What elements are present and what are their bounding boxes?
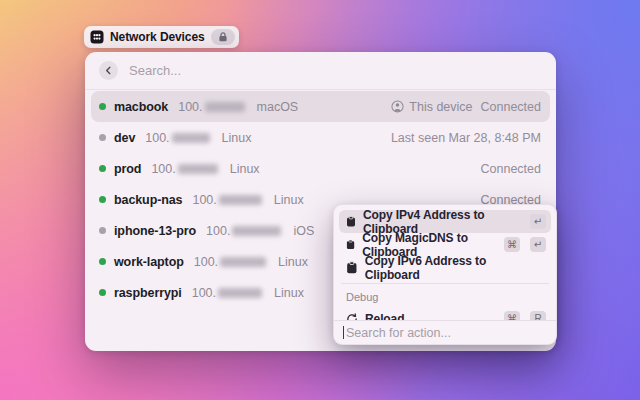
ip-redacted-blur [178, 164, 218, 174]
search-bar: Search... [85, 52, 556, 89]
device-ip: 100. [192, 193, 261, 207]
lock-icon [217, 31, 229, 43]
device-os: Linux [222, 131, 252, 145]
device-name: backup-nas [114, 193, 182, 207]
ip-prefix: 100. [192, 286, 216, 300]
this-device-label: This device [409, 100, 472, 114]
status-dot [99, 103, 106, 110]
device-os: Linux [278, 255, 308, 269]
status-dot [99, 165, 106, 172]
device-row[interactable]: macbook 100. macOS This device Connected [91, 91, 550, 122]
ip-redacted-blur [219, 195, 262, 205]
action-menu-item[interactable]: Reload ⌘R [339, 307, 551, 320]
ip-redacted-blur [218, 288, 262, 298]
ip-redacted-blur [172, 133, 210, 143]
device-row[interactable]: prod 100. Linux Connected [91, 153, 550, 184]
status-dot [99, 289, 106, 296]
device-row[interactable]: dev 100. Linux Last seen Mar 28, 8:48 PM [91, 122, 550, 153]
device-os: Linux [274, 286, 304, 300]
chevron-left-icon [104, 66, 113, 75]
device-ip: 100. [206, 224, 281, 238]
ip-prefix: 100. [145, 131, 169, 145]
shortcut-key: R [530, 311, 546, 320]
menu-divider [341, 283, 549, 284]
device-status: Connected [481, 100, 541, 114]
device-ip: 100. [192, 286, 262, 300]
device-ip: 100. [151, 162, 217, 176]
app-grid-icon [90, 30, 104, 44]
lock-chip [211, 29, 235, 45]
device-status: Last seen Mar 28, 8:48 PM [391, 131, 541, 145]
device-name: prod [114, 162, 141, 176]
device-name: work-laptop [114, 255, 184, 269]
shortcut-key: ↵ [530, 214, 546, 229]
shortcut-key: ↵ [530, 237, 546, 252]
action-menu-list: Copy IPv4 Address to Clipboard ↵ Copy Ma… [334, 205, 556, 320]
device-ip: 100. [194, 255, 266, 269]
clipboard-icon [346, 261, 358, 274]
action-search-bar[interactable]: Search for action... [334, 320, 556, 344]
device-status: Connected [481, 162, 541, 176]
person-circle-icon [391, 100, 404, 113]
action-menu-item[interactable]: Copy IPv6 Address to Clipboard [339, 256, 551, 279]
device-name: raspberrypi [114, 286, 182, 300]
clipboard-icon [346, 238, 355, 251]
search-input[interactable]: Search... [129, 63, 181, 78]
back-button[interactable] [99, 61, 118, 80]
action-label: Copy IPv6 Address to Clipboard [365, 254, 539, 282]
command-badge[interactable]: Network Devices [84, 26, 239, 48]
shortcut-key: ⌘ [504, 311, 520, 320]
ip-redacted-blur [205, 102, 245, 112]
action-label: Reload [365, 312, 404, 321]
device-ip: 100. [145, 131, 209, 145]
device-name: iphone-13-pro [114, 224, 196, 238]
ip-prefix: 100. [194, 255, 218, 269]
status-dot [99, 258, 106, 265]
text-cursor [343, 326, 344, 339]
ip-redacted-blur [220, 257, 266, 267]
reload-icon [346, 313, 358, 321]
action-search-input[interactable]: Search for action... [346, 326, 451, 340]
menu-section-label: Debug [339, 288, 551, 307]
ip-prefix: 100. [151, 162, 175, 176]
shortcut-key: ⌘ [504, 237, 520, 252]
command-badge-label: Network Devices [110, 30, 205, 44]
ip-redacted-blur [232, 226, 281, 236]
device-os: macOS [257, 100, 299, 114]
network-devices-window: Search... macbook 100. macOS This device… [85, 52, 556, 351]
ip-prefix: 100. [206, 224, 230, 238]
this-device-badge: This device [391, 100, 472, 114]
device-os: Linux [274, 193, 304, 207]
status-dot [99, 196, 106, 203]
device-os: iOS [293, 224, 314, 238]
device-ip: 100. [178, 100, 244, 114]
ip-prefix: 100. [192, 193, 216, 207]
status-dot [99, 134, 106, 141]
clipboard-icon [346, 215, 356, 228]
action-menu-panel: Copy IPv4 Address to Clipboard ↵ Copy Ma… [333, 204, 557, 345]
device-name: dev [114, 131, 135, 145]
ip-prefix: 100. [178, 100, 202, 114]
device-name: macbook [114, 100, 168, 114]
status-dot [99, 227, 106, 234]
device-os: Linux [230, 162, 260, 176]
